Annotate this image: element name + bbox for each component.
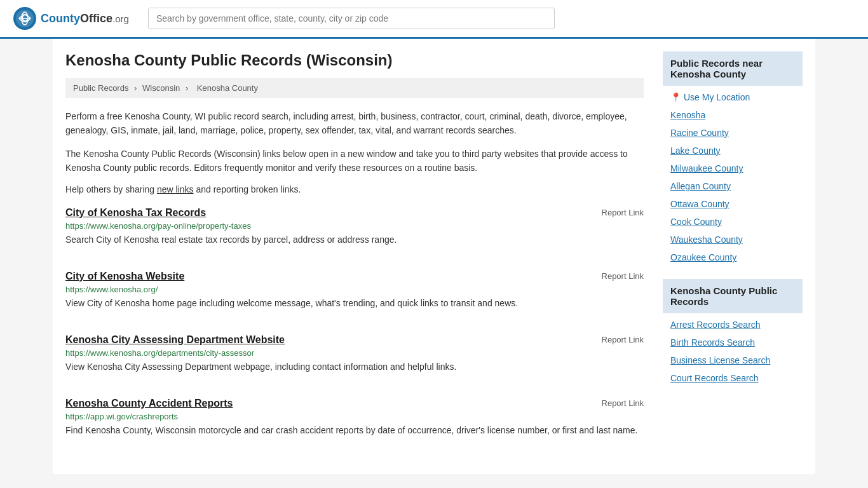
record-title-0[interactable]: City of Kenosha Tax Records	[65, 207, 206, 219]
nearby-section: Public Records near Kenosha County 📍 Use…	[663, 51, 803, 266]
record-desc-0: Search City of Kenosha real estate tax r…	[65, 233, 644, 247]
sidebar-item-ozaukee[interactable]: Ozaukee County	[663, 248, 803, 266]
logo-icon: C	[13, 6, 37, 30]
record-url-1[interactable]: https://www.kenosha.org/	[65, 285, 644, 294]
record-item-0: City of Kenosha Tax Records Report Link …	[65, 207, 644, 253]
record-url-3[interactable]: https://app.wi.gov/crashreports	[65, 412, 644, 421]
content-area: Kenosha County Public Records (Wisconsin…	[65, 51, 644, 461]
record-report-2[interactable]: Report Link	[602, 335, 644, 344]
sidebar-item-court[interactable]: Court Records Search	[663, 369, 803, 387]
logo-tld: .org	[112, 13, 129, 24]
record-title-2[interactable]: Kenosha City Assessing Department Websit…	[65, 334, 285, 346]
logo-office: Office	[80, 12, 112, 25]
breadcrumb-wisconsin[interactable]: Wisconsin	[142, 83, 180, 93]
sidebar-item-ottawa[interactable]: Ottawa County	[663, 195, 803, 213]
breadcrumb: Public Records › Wisconsin › Kenosha Cou…	[65, 78, 644, 98]
location-icon: 📍	[670, 92, 681, 102]
sidebar-item-business-license[interactable]: Business License Search	[663, 351, 803, 369]
sidebar-item-allegan[interactable]: Allegan County	[663, 177, 803, 195]
record-item-3: Kenosha County Accident Reports Report L…	[65, 398, 644, 444]
record-report-0[interactable]: Report Link	[602, 208, 644, 217]
record-header-0: City of Kenosha Tax Records Report Link	[65, 207, 644, 219]
record-item-2: Kenosha City Assessing Department Websit…	[65, 334, 644, 380]
record-desc-3: Find Kenosha County, Wisconsin motorcycl…	[65, 424, 644, 437]
sidebar-item-birth[interactable]: Birth Records Search	[663, 334, 803, 351]
record-header-3: Kenosha County Accident Reports Report L…	[65, 398, 644, 409]
record-header-2: Kenosha City Assessing Department Websit…	[65, 334, 644, 346]
record-report-3[interactable]: Report Link	[602, 398, 644, 408]
help-prefix: Help others by sharing	[65, 184, 157, 194]
breadcrumb-current: Kenosha County	[197, 83, 258, 93]
record-title-3[interactable]: Kenosha County Accident Reports	[65, 398, 233, 409]
records-section: Kenosha County Public Records Arrest Rec…	[663, 279, 803, 387]
breadcrumb-sep1: ›	[134, 83, 139, 93]
breadcrumb-sep2: ›	[186, 83, 191, 93]
records-section-header: Kenosha County Public Records	[663, 279, 803, 313]
header: C CountyOffice.org	[0, 0, 868, 39]
sidebar-item-lake[interactable]: Lake County	[663, 142, 803, 159]
sidebar-item-kenosha[interactable]: Kenosha	[663, 106, 803, 124]
main-container: Kenosha County Public Records (Wisconsin…	[53, 39, 815, 474]
record-title-1[interactable]: City of Kenosha Website	[65, 271, 184, 282]
new-links-link[interactable]: new links	[157, 184, 194, 194]
record-header-1: City of Kenosha Website Report Link	[65, 271, 644, 282]
sidebar-item-milwaukee[interactable]: Milwaukee County	[663, 159, 803, 177]
search-bar	[148, 8, 555, 29]
record-item-1: City of Kenosha Website Report Link http…	[65, 271, 644, 316]
help-text: Help others by sharing new links and rep…	[65, 184, 644, 194]
sidebar: Public Records near Kenosha County 📍 Use…	[663, 51, 803, 461]
search-input[interactable]	[148, 8, 555, 29]
record-url-0[interactable]: https://www.kenosha.org/pay-online/prope…	[65, 221, 644, 231]
nearby-header: Public Records near Kenosha County	[663, 51, 803, 86]
record-desc-1: View City of Kenosha home page including…	[65, 297, 644, 310]
sidebar-item-cook[interactable]: Cook County	[663, 213, 803, 231]
records-list: City of Kenosha Tax Records Report Link …	[65, 207, 644, 444]
help-suffix: and reporting broken links.	[194, 184, 301, 194]
record-report-1[interactable]: Report Link	[602, 271, 644, 281]
logo-text: CountyOffice.org	[41, 12, 129, 25]
logo[interactable]: C CountyOffice.org	[13, 6, 129, 30]
record-desc-2: View Kenosha City Assessing Department w…	[65, 360, 644, 374]
sidebar-item-racine[interactable]: Racine County	[663, 124, 803, 142]
breadcrumb-public-records[interactable]: Public Records	[73, 83, 128, 93]
use-my-location[interactable]: 📍 Use My Location	[663, 88, 803, 106]
sidebar-item-arrest[interactable]: Arrest Records Search	[663, 316, 803, 334]
page-title: Kenosha County Public Records (Wisconsin…	[65, 51, 644, 69]
intro-paragraph-1: Perform a free Kenosha County, WI public…	[65, 109, 644, 138]
sidebar-item-waukesha[interactable]: Waukesha County	[663, 231, 803, 248]
use-my-location-label: Use My Location	[684, 92, 750, 102]
record-url-2[interactable]: https://www.kenosha.org/departments/city…	[65, 348, 644, 358]
intro-paragraph-2: The Kenosha County Public Records (Wisco…	[65, 147, 644, 175]
